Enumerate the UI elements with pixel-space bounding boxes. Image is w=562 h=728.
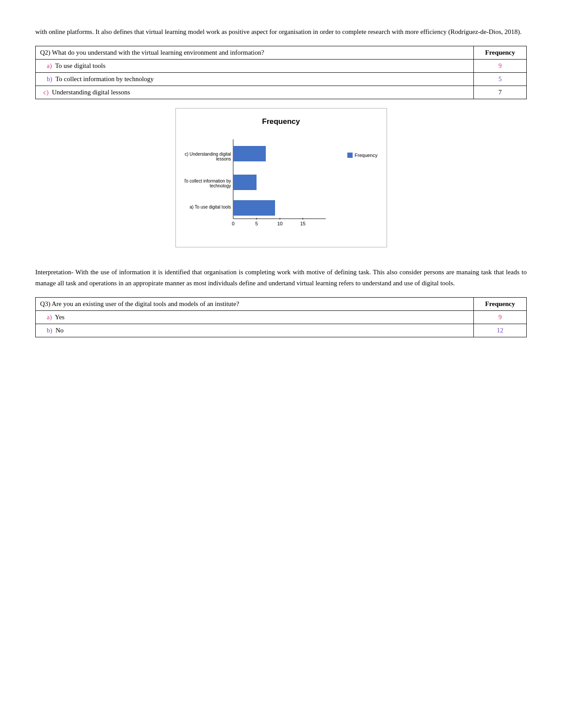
q2-table: Q2) What do you understand with the virt… xyxy=(35,46,527,99)
bar-b xyxy=(233,175,257,190)
q2-option-b-cell: b) To collect information by technology xyxy=(36,72,474,86)
q3-option-a-text: Yes xyxy=(55,314,65,321)
q3-option-a-label: a) xyxy=(47,314,52,321)
svg-text:10: 10 xyxy=(277,221,282,226)
q2-option-b-label: b) xyxy=(47,75,52,82)
q2-option-a-text: To use digital tools xyxy=(55,62,105,69)
svg-text:0: 0 xyxy=(231,221,234,226)
svg-text:lessons: lessons xyxy=(216,157,231,161)
q2-option-c-row: c) Understanding digital lessons 7 xyxy=(36,86,527,99)
q3-option-a-cell: a) Yes xyxy=(36,310,474,324)
q3-option-b-text: No xyxy=(56,327,63,334)
chart-title: Frequency xyxy=(185,117,378,126)
q2-option-a-label: a) xyxy=(47,62,52,69)
chart-area: 0 5 10 15 xyxy=(185,135,378,238)
q2-option-a-cell: a) To use digital tools xyxy=(36,59,474,72)
q2-option-c-cell: c) Understanding digital lessons xyxy=(36,86,474,99)
chart-svg-area: 0 5 10 15 xyxy=(185,135,343,238)
q3-frequency-header: Frequency xyxy=(474,297,527,310)
q2-option-b-row: b) To collect information by technology … xyxy=(36,72,527,86)
interpretation-paragraph: Interpretation- With the use of informat… xyxy=(35,267,527,289)
svg-text:5: 5 xyxy=(255,221,257,226)
chart-wrapper: Frequency 0 5 10 15 xyxy=(175,108,387,247)
q2-option-c-label: c) xyxy=(44,89,49,96)
chart-legend: Frequency xyxy=(347,153,378,158)
q2-frequency-header: Frequency xyxy=(474,46,527,59)
q2-option-c-text: Understanding digital lessons xyxy=(52,89,130,96)
svg-text:b)  To collect information by: b) To collect information by xyxy=(185,179,231,183)
q3-table: Q3) Are you an existing user of the digi… xyxy=(35,297,527,337)
chart-container: Frequency 0 5 10 15 xyxy=(35,99,527,256)
q3-question: Q3) Are you an existing user of the digi… xyxy=(36,297,474,310)
svg-text:a)  To use digital tools: a) To use digital tools xyxy=(190,205,231,209)
q3-option-b-value: 12 xyxy=(474,324,527,337)
bar-c xyxy=(233,146,266,161)
q3-option-b-cell: b) No xyxy=(36,324,474,337)
bar-a xyxy=(233,200,275,216)
intro-paragraph: with online platforms. It also defines t… xyxy=(35,26,527,38)
legend-label: Frequency xyxy=(355,153,378,158)
q2-option-b-value: 5 xyxy=(474,72,527,86)
q2-option-c-value: 7 xyxy=(474,86,527,99)
q3-header-row: Q3) Are you an existing user of the digi… xyxy=(36,297,527,310)
q3-option-b-label: b) xyxy=(47,327,52,334)
bar-chart-svg: 0 5 10 15 xyxy=(185,135,335,236)
q3-option-a-value: 9 xyxy=(474,310,527,324)
q2-question: Q2) What do you understand with the virt… xyxy=(36,46,474,59)
svg-text:c)  Understanding digital: c) Understanding digital xyxy=(185,152,231,157)
svg-text:15: 15 xyxy=(300,221,305,226)
q2-option-a-row: a) To use digital tools 9 xyxy=(36,59,527,72)
legend-item-frequency: Frequency xyxy=(347,153,378,158)
q2-option-b-text: To collect information by technology xyxy=(56,75,154,82)
q2-header-row: Q2) What do you understand with the virt… xyxy=(36,46,527,59)
q3-option-a-row: a) Yes 9 xyxy=(36,310,527,324)
q3-option-b-row: b) No 12 xyxy=(36,324,527,337)
svg-text:technology: technology xyxy=(209,183,231,188)
q2-option-a-value: 9 xyxy=(474,59,527,72)
legend-color-box xyxy=(347,153,353,158)
